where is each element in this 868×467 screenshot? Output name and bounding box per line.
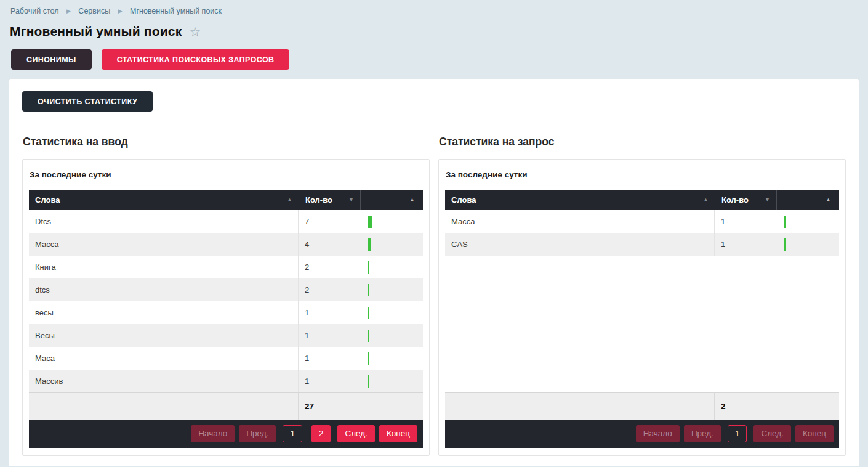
pagination-button[interactable]: 2 bbox=[311, 425, 331, 442]
breadcrumb-item-services[interactable]: Сервисы bbox=[78, 7, 110, 15]
column-header-count[interactable]: Кол-во ▼ bbox=[299, 190, 360, 210]
table-row: Маса 1 bbox=[29, 347, 423, 370]
card-title-last-day: За последние сутки bbox=[446, 170, 839, 179]
statistics-columns: Статистика на ввод За последние сутки Сл… bbox=[22, 136, 846, 456]
table-row: Масса 1 bbox=[445, 210, 839, 233]
sort-asc-icon[interactable]: ▲ bbox=[409, 197, 415, 203]
word-cell: Масса bbox=[445, 210, 715, 233]
count-cell: 2 bbox=[299, 256, 360, 278]
breadcrumb-arrow-icon: ▶ bbox=[66, 8, 71, 14]
count-cell: 4 bbox=[299, 233, 360, 256]
table-row: Весы 1 bbox=[29, 324, 423, 347]
usage-bar bbox=[368, 352, 369, 365]
word-cell: Масса bbox=[29, 233, 299, 256]
column-header-words[interactable]: Слова ▲ bbox=[445, 190, 715, 210]
usage-bar bbox=[368, 238, 371, 251]
pagination-button[interactable]: След. bbox=[337, 425, 374, 442]
breadcrumb: Рабочий стол ▶ Сервисы ▶ Мгновенный умны… bbox=[0, 0, 868, 15]
bar-cell bbox=[360, 301, 423, 324]
query-stats-section: Статистика на запрос За последние сутки … bbox=[438, 136, 846, 456]
word-cell: Массив bbox=[29, 370, 299, 392]
search-stats-button[interactable]: СТАТИСТИКА ПОИСКОВЫХ ЗАПРОСОВ bbox=[102, 49, 290, 70]
pagination-button[interactable]: 1 bbox=[728, 425, 747, 442]
spacer bbox=[445, 256, 839, 392]
sort-asc-icon[interactable]: ▲ bbox=[826, 197, 831, 203]
bar-cell bbox=[360, 256, 423, 278]
bar-cell bbox=[360, 278, 423, 301]
word-cell: Dtcs bbox=[29, 210, 299, 233]
word-cell: весы bbox=[29, 301, 299, 324]
usage-bar bbox=[368, 216, 372, 228]
count-cell: 1 bbox=[299, 347, 360, 370]
table-row: dtcs 2 bbox=[29, 278, 423, 301]
total-bar-cell bbox=[360, 393, 423, 420]
table-row: Масса 4 bbox=[29, 233, 423, 256]
count-cell: 1 bbox=[715, 210, 776, 233]
word-cell: CAS bbox=[445, 233, 715, 256]
clear-stats-button[interactable]: ОЧИСТИТЬ СТАТИСТИКУ bbox=[22, 91, 153, 112]
total-empty-cell bbox=[29, 393, 299, 420]
page-title: Мгновенный умный поиск bbox=[10, 24, 182, 39]
sort-asc-icon[interactable]: ▲ bbox=[287, 197, 292, 203]
word-cell: Весы bbox=[29, 324, 299, 347]
count-cell: 1 bbox=[715, 233, 776, 256]
total-value: 2 bbox=[715, 393, 776, 420]
table-row: CAS 1 bbox=[445, 233, 839, 256]
total-row: 2 bbox=[445, 392, 839, 420]
table-row: весы 1 bbox=[29, 301, 423, 324]
bar-cell bbox=[360, 210, 423, 233]
pagination-button: Начало bbox=[636, 425, 680, 442]
pagination: Начало Пред. 1 2 След. Конец bbox=[29, 420, 423, 448]
table-row: Книга 2 bbox=[29, 256, 423, 278]
bar-cell bbox=[360, 347, 423, 370]
input-stats-card: За последние сутки Слова ▲ Кол-во ▼ ▲ bbox=[22, 159, 430, 456]
table-row: Dtcs 7 bbox=[29, 210, 423, 233]
table-body: Dtcs 7 Масса 4 Книга 2 bbox=[29, 210, 423, 392]
word-cell: Маса bbox=[29, 347, 299, 370]
query-stats-card: За последние сутки Слова ▲ Кол-во ▼ ▲ bbox=[438, 159, 846, 456]
table-row: Массив 1 bbox=[29, 370, 423, 392]
page-header: Мгновенный умный поиск ☆ bbox=[10, 23, 868, 40]
bar-cell bbox=[776, 210, 839, 233]
input-stats-title: Статистика на ввод bbox=[23, 136, 430, 148]
pagination-button: Пред. bbox=[239, 425, 276, 442]
bar-cell bbox=[776, 233, 839, 256]
column-header-words[interactable]: Слова ▲ bbox=[29, 190, 299, 210]
pagination-button: Конец bbox=[795, 425, 834, 442]
usage-bar bbox=[784, 216, 786, 228]
pagination-button: Начало bbox=[191, 425, 235, 442]
favorite-star-icon[interactable]: ☆ bbox=[189, 25, 201, 38]
pagination-button: След. bbox=[753, 425, 790, 442]
content-panel: ОЧИСТИТЬ СТАТИСТИКУ Статистика на ввод З… bbox=[9, 79, 859, 466]
column-label: Слова bbox=[35, 195, 60, 205]
count-cell: 1 bbox=[299, 324, 360, 347]
toolbar: СИНОНИМЫ СТАТИСТИКА ПОИСКОВЫХ ЗАПРОСОВ bbox=[11, 49, 868, 70]
usage-bar bbox=[368, 375, 369, 388]
column-header-bar[interactable]: ▲ bbox=[360, 190, 423, 210]
usage-bar bbox=[368, 284, 369, 296]
sort-desc-icon[interactable]: ▼ bbox=[765, 197, 770, 203]
query-stats-title: Статистика на запрос bbox=[439, 136, 846, 148]
table-header: Слова ▲ Кол-во ▼ ▲ bbox=[445, 190, 839, 210]
sort-asc-icon[interactable]: ▲ bbox=[703, 197, 709, 203]
pagination-button[interactable]: Конец bbox=[379, 425, 417, 442]
word-cell: Книга bbox=[29, 256, 299, 278]
breadcrumb-item-current[interactable]: Мгновенный умный поиск bbox=[130, 7, 222, 15]
column-label: Слова bbox=[451, 195, 476, 205]
bar-cell bbox=[360, 370, 423, 392]
pagination: Начало Пред. 1 След. Конец bbox=[445, 420, 839, 448]
column-label: Кол-во bbox=[305, 195, 332, 205]
column-header-bar[interactable]: ▲ bbox=[776, 190, 839, 210]
input-stats-section: Статистика на ввод За последние сутки Сл… bbox=[22, 136, 430, 456]
breadcrumb-item-desktop[interactable]: Рабочий стол bbox=[10, 7, 58, 15]
total-empty-cell bbox=[445, 393, 715, 420]
usage-bar bbox=[368, 261, 369, 274]
pagination-button[interactable]: 1 bbox=[283, 425, 302, 442]
usage-bar bbox=[368, 330, 369, 342]
bar-cell bbox=[360, 324, 423, 347]
card-title-last-day: За последние сутки bbox=[30, 170, 423, 179]
word-cell: dtcs bbox=[29, 278, 299, 301]
sort-desc-icon[interactable]: ▼ bbox=[348, 197, 354, 203]
synonyms-button[interactable]: СИНОНИМЫ bbox=[11, 49, 92, 70]
column-header-count[interactable]: Кол-во ▼ bbox=[715, 190, 776, 210]
